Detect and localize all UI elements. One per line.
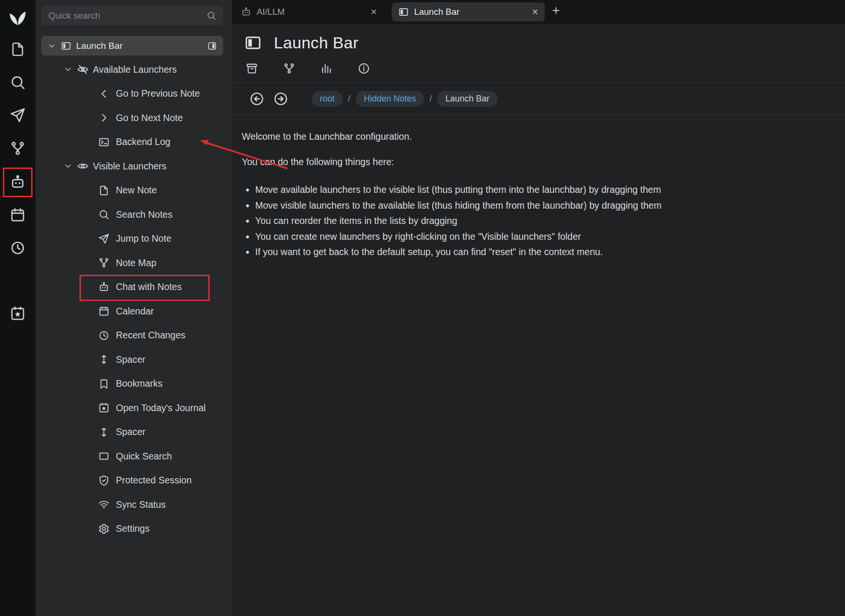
tree-item-label: Jump to Note <box>116 233 171 244</box>
calendar-icon <box>98 305 110 317</box>
tab-ai-llm[interactable]: AI/LLM × <box>232 0 384 24</box>
tree-item-label: Settings <box>116 523 149 534</box>
gear-icon <box>98 523 110 535</box>
terminal-icon <box>98 136 110 148</box>
tab-label: AI/LLM <box>257 7 285 17</box>
history-forward-button[interactable] <box>273 91 288 106</box>
note-title-row: Launch Bar <box>244 34 359 52</box>
tree-item-sync-status[interactable]: Sync Status <box>35 493 232 517</box>
tree-item-launch-bar[interactable]: Launch Bar <box>41 36 223 56</box>
page-title: Launch Bar <box>274 34 359 52</box>
robot-icon <box>241 7 251 17</box>
tree-item-label: Spacer <box>116 354 146 365</box>
intro-paragraph: Welcome to the Launchbar configuration. <box>242 131 412 142</box>
tree-item-label: Visible Launchers <box>93 161 167 172</box>
tree-item-label: Go to Next Note <box>116 112 183 123</box>
tree-item-settings[interactable]: Settings <box>35 517 232 541</box>
tree-group-available-launchers[interactable]: Available Launchers <box>35 57 232 82</box>
open-todays-journal-icon[interactable] <box>10 305 26 322</box>
chevron-down-icon[interactable] <box>63 65 73 74</box>
tree-item-spacer-1[interactable]: Spacer <box>35 347 232 372</box>
tree-item-bookmarks[interactable]: Bookmarks <box>35 372 232 396</box>
bookmark-icon <box>98 378 110 390</box>
tree-item-quick-search[interactable]: Quick Search <box>35 444 232 469</box>
tab-launch-bar[interactable]: Launch Bar × <box>392 2 545 22</box>
breadcrumb-separator: / <box>429 94 432 104</box>
tree-item-open-todays-journal[interactable]: Open Today's Journal <box>35 396 232 420</box>
tree-item-jump-to-note[interactable]: Jump to Note <box>35 227 232 251</box>
tree-item-backend-log[interactable]: Backend Log <box>35 130 232 155</box>
note-tree-sidebar: Launch Bar Available Launchers Go to Pre… <box>35 0 232 616</box>
tree-item-go-to-next-note[interactable]: Go to Next Note <box>35 106 232 130</box>
tree-item-label: Calendar <box>116 306 154 317</box>
chevron-right-icon <box>98 112 110 123</box>
list-item: You can create new launchers by right-cl… <box>255 229 662 245</box>
note-map-icon[interactable] <box>10 140 26 157</box>
bar-chart-icon[interactable] <box>320 62 333 75</box>
ribbon-toolbar <box>246 62 370 75</box>
search-icon[interactable] <box>10 74 26 90</box>
list-item: You can reorder the items in the lists b… <box>255 213 662 229</box>
tab-bar: AI/LLM × Launch Bar × + <box>232 0 845 24</box>
calendar-star-icon <box>98 402 110 414</box>
tree-item-spacer-2[interactable]: Spacer <box>35 420 232 445</box>
tree-item-label: Open Today's Journal <box>116 403 206 414</box>
file-icon <box>98 185 110 196</box>
tree-item-protected-session[interactable]: Protected Session <box>35 469 232 493</box>
note-map-icon <box>98 257 110 269</box>
note-map-icon[interactable] <box>283 62 295 75</box>
tree-item-label: Note Map <box>116 258 157 269</box>
tree-item-new-note[interactable]: New Note <box>35 179 232 203</box>
tree-item-note-map[interactable]: Note Map <box>35 251 232 275</box>
tree-group-visible-launchers[interactable]: Visible Launchers <box>35 154 232 179</box>
robot-icon <box>98 281 110 293</box>
list-item: Move visible launchers to the available … <box>255 198 662 213</box>
recent-changes-icon[interactable] <box>10 240 26 256</box>
tree-item-go-to-previous-note[interactable]: Go to Previous Note <box>35 82 232 106</box>
info-icon[interactable] <box>358 62 370 75</box>
tab-label: Launch Bar <box>414 7 460 17</box>
tree-item-label: Search Notes <box>116 209 172 220</box>
search-icon[interactable] <box>206 11 216 21</box>
tree-item-search-notes[interactable]: Search Notes <box>35 202 232 227</box>
eye-icon <box>77 160 89 172</box>
tree-item-label: Launch Bar <box>76 41 202 51</box>
jump-to-note-icon[interactable] <box>10 107 26 123</box>
chevron-down-icon[interactable] <box>63 161 73 171</box>
tree-item-label: Bookmarks <box>116 378 163 389</box>
quick-search-input[interactable] <box>41 6 223 25</box>
trilium-logo-icon <box>7 6 29 28</box>
close-tab-icon[interactable]: × <box>371 7 377 17</box>
archive-icon[interactable] <box>246 62 258 75</box>
calendar-icon[interactable] <box>10 207 26 223</box>
breadcrumb-separator: / <box>348 94 350 104</box>
new-tab-button[interactable]: + <box>552 4 560 17</box>
search-icon <box>98 209 110 220</box>
tree-item-calendar[interactable]: Calendar <box>35 299 232 324</box>
breadcrumb-hidden-notes[interactable]: Hidden Notes <box>356 91 424 107</box>
tree-item-label: New Note <box>116 185 157 196</box>
tree-item-recent-changes[interactable]: Recent Changes <box>35 324 232 348</box>
tree-item-label: Quick Search <box>116 451 172 462</box>
tree-item-chat-with-notes[interactable]: Chat with Notes <box>35 275 232 300</box>
subtitle-paragraph: You can do the following things here: <box>242 157 394 168</box>
eye-slash-icon <box>77 64 89 75</box>
launch-bar-badge-icon <box>207 41 217 51</box>
chat-with-notes-icon[interactable] <box>10 174 26 190</box>
tree-item-label: Backend Log <box>116 136 170 147</box>
activity-bar <box>0 0 35 616</box>
instructions-list: Move available launchers to the visible … <box>242 182 662 260</box>
chevron-down-icon[interactable] <box>47 42 56 50</box>
send-icon <box>98 233 110 245</box>
note-detail: Launch Bar root / Hidden Notes / Launch … <box>232 24 845 616</box>
breadcrumb-root[interactable]: root <box>312 91 343 107</box>
breadcrumb-launch-bar[interactable]: Launch Bar <box>437 91 497 107</box>
tree-item-label: Sync Status <box>116 499 166 510</box>
history-back-button[interactable] <box>249 91 264 106</box>
launch-bar-icon <box>244 34 262 52</box>
tree-item-label: Recent Changes <box>116 330 185 341</box>
new-note-icon[interactable] <box>10 41 26 57</box>
close-tab-icon[interactable]: × <box>532 7 538 17</box>
tree-item-label: Available Launchers <box>93 64 177 75</box>
rectangle-icon <box>98 450 110 462</box>
